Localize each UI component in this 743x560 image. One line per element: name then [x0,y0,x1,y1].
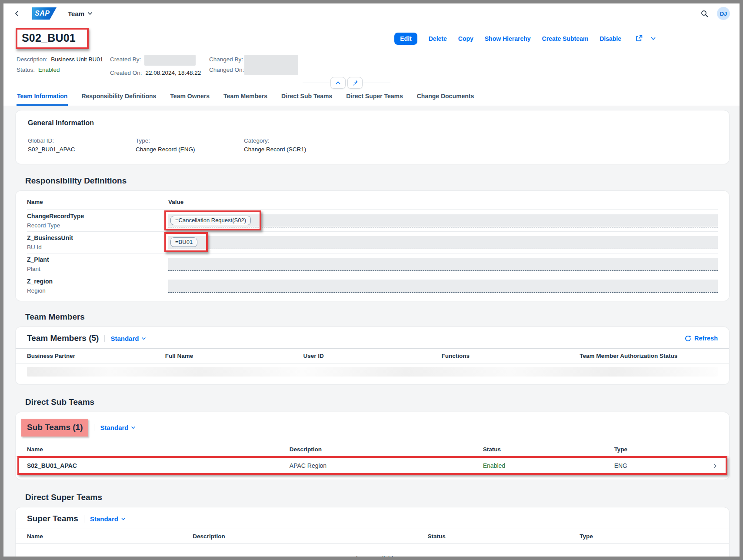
responsibility-name: Z_Plant [27,256,168,263]
column-header: Description [290,446,483,453]
chevron-down-icon [131,425,136,430]
direct-sub-teams-card: Sub Teams (1) Standard Name Description … [16,412,729,480]
tab-direct-super-teams[interactable]: Direct Super Teams [346,89,403,106]
search-button[interactable] [698,7,711,20]
chevron-up-icon [335,80,341,86]
type-value: Change Record (ENG) [136,146,244,153]
view-selector[interactable]: Standard [104,335,146,342]
column-header: Business Partner [27,353,165,359]
view-selector[interactable]: Standard [94,424,136,431]
responsibility-description: Plant [27,266,168,272]
column-header: Team Member Authorization Status [580,353,718,359]
title-annotation-box: S02_BU01 [16,28,89,49]
column-header: Name [27,533,193,540]
changed-on-label: Changed On: [209,67,244,73]
avatar[interactable]: DJ [717,7,730,20]
create-subteam-button[interactable]: Create Subteam [542,35,589,42]
changed-by-redacted-value [244,55,298,75]
created-by-redacted-value [144,55,196,66]
global-id-label: Global ID: [28,137,136,144]
copy-button[interactable]: Copy [458,35,473,42]
table-row: Z_BusinessUnit BU Id =BU01 [27,232,718,253]
sub-team-description: APAC Region [290,462,483,469]
team-members-card: Team Members (5) Standard Refresh Busine… [16,327,729,384]
column-header: Status [428,533,580,540]
header-divider [303,83,330,83]
view-selector-label: Standard [90,515,118,523]
pin-icon [352,80,358,86]
header-actions: Edit Delete Copy Show Hierarchy Create S… [394,32,729,45]
collapse-header-button[interactable] [330,77,346,89]
refresh-label: Refresh [694,335,718,342]
delete-button[interactable]: Delete [429,35,447,42]
tab-direct-sub-teams[interactable]: Direct Sub Teams [281,89,333,106]
sub-team-name: S02_BU01_APAC [27,462,290,469]
created-on-value: 22.08.2024, 18:48:22 [146,70,201,76]
column-header: Type [580,533,718,540]
search-icon [701,10,708,17]
page-title: S02_BU01 [22,32,76,44]
description-value: Business Unit BU01 [51,56,103,63]
team-members-section-title: Team Members [25,312,729,322]
sap-logo[interactable]: SAP [32,7,57,20]
responsibility-name: Z_region [27,278,168,285]
edit-button[interactable]: Edit [394,33,417,45]
tab-responsibility-definitions[interactable]: Responsibility Definitions [81,89,157,106]
responsibility-definitions-section-title: Responsibility Definitions [25,176,729,186]
view-selector-label: Standard [110,335,139,342]
sub-team-row[interactable]: S02_BU01_APAC APAC Region Enabled ENG [16,457,729,474]
tab-team-owners[interactable]: Team Owners [170,89,210,106]
share-icon [635,35,643,42]
empty-table-message: No items available. [27,544,718,557]
responsibility-description: Region [27,287,168,294]
refresh-button[interactable]: Refresh [685,335,718,342]
share-button[interactable] [633,32,645,45]
tab-team-information[interactable]: Team Information [17,89,68,106]
category-label: Category: [244,137,306,144]
app-title-label: Team [68,10,84,17]
value-token[interactable]: =BU01 [170,237,197,247]
value-token[interactable]: =Cancellation Request(S02) [170,216,251,225]
super-teams-card-title: Super Teams [27,514,78,523]
redacted-table-row [27,367,718,377]
disable-button[interactable]: Disable [600,35,621,42]
general-information-card: General Information Global ID: S02_BU01_… [16,110,729,164]
column-header: Description [193,533,427,540]
value-field[interactable] [168,258,718,271]
column-header-value: Value [168,199,183,205]
sub-team-status: Enabled [483,462,614,469]
direct-super-teams-section-title: Direct Super Teams [25,493,729,502]
responsibility-name: ChangeRecordType [27,213,168,220]
created-on-label: Created On: [110,70,142,76]
global-id-value: S02_BU01_APAC [28,146,136,153]
column-header: Full Name [165,353,303,359]
tab-change-documents[interactable]: Change Documents [416,89,474,106]
value-field[interactable]: =Cancellation Request(S02) [168,214,718,227]
value-field[interactable] [168,280,718,293]
tab-team-members[interactable]: Team Members [223,89,268,106]
back-button[interactable] [11,8,23,19]
chevron-down-icon [87,11,93,16]
back-chevron-icon [14,10,20,17]
page-content: General Information Global ID: S02_BU01_… [3,106,740,557]
app-title-menu[interactable]: Team [68,10,93,17]
pin-header-button[interactable] [347,77,363,89]
more-actions-button[interactable] [650,35,657,42]
column-header: Name [27,446,290,453]
header-anchor-controls [16,76,677,89]
application-window: SAP Team DJ S02_BU01 Edit Delete C [3,3,740,557]
object-page-header: S02_BU01 Edit Delete Copy Show Hierarchy… [3,23,740,106]
show-hierarchy-button[interactable]: Show Hierarchy [485,35,531,42]
column-header: Functions [441,353,580,359]
column-header-name: Name [27,199,168,205]
chevron-down-icon [141,336,146,341]
type-label: Type: [136,137,244,144]
description-label: Description: [17,56,47,63]
column-header: Type [614,446,704,453]
general-information-title: General Information [28,119,717,127]
sub-teams-table-header: Name Description Status Type [16,442,729,457]
direct-sub-teams-section-title: Direct Sub Teams [25,397,729,407]
view-selector[interactable]: Standard [84,515,126,523]
value-field[interactable]: =BU01 [168,236,718,249]
refresh-icon [685,335,691,342]
